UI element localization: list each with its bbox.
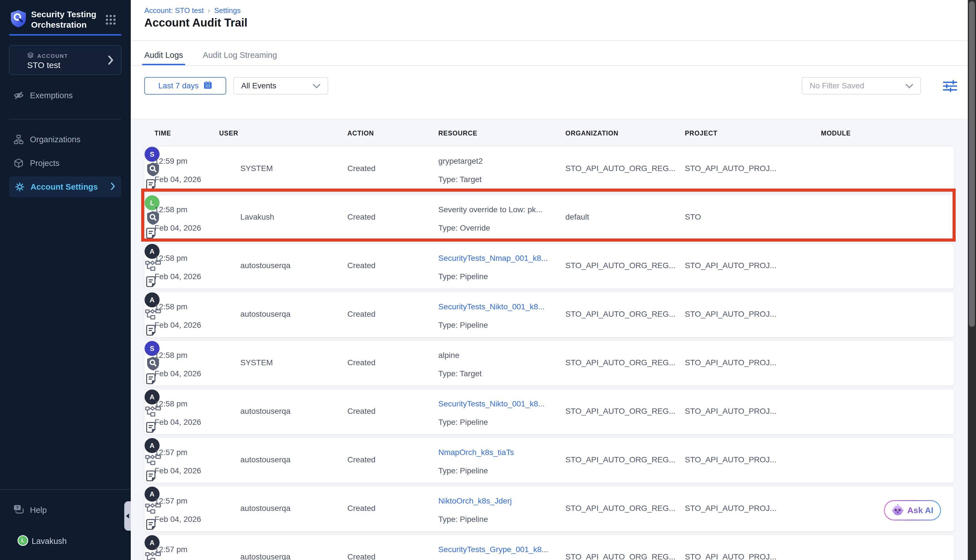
app-grid-icon[interactable] (105, 14, 116, 27)
project-cell: STO_API_AUTO_PROJ... (685, 501, 776, 516)
organization-cell: STO_API_AUTO_ORG_REG... (566, 258, 676, 273)
resource-name-link[interactable]: SecurityTests_Grype_001_k8... (438, 542, 548, 557)
row-user-name: SYSTEM (240, 355, 273, 370)
event-date: Feb 04, 2026 (155, 367, 201, 381)
audit-log-row[interactable]: 12:58 pm Feb 04, 2026 A autostouserqa Cr… (145, 390, 954, 434)
project-cell: STO (685, 210, 701, 225)
audit-log-row[interactable]: 12:58 pm Feb 04, 2026 A autostouserqa Cr… (145, 292, 954, 337)
layers-icon (27, 52, 34, 60)
row-user-name: autostouserqa (240, 258, 290, 273)
audit-log-row[interactable]: 12:57 pm Feb 04, 2026 A autostouserqa Cr… (145, 535, 954, 560)
row-user-name: autostouserqa (240, 307, 290, 322)
page-title: Account Audit Trail (144, 17, 247, 29)
event-time: 12:59 pm (155, 154, 201, 168)
row-user-name: SYSTEM (240, 161, 273, 176)
action-cell: Created (347, 403, 375, 419)
hierarchy-icon (13, 134, 24, 145)
events-filter-value: All Events (241, 81, 277, 90)
organization-cell: STO_API_AUTO_ORG_REG... (566, 549, 676, 560)
event-summary-icon[interactable] (145, 527, 157, 532)
resource-cell: SecurityTests_Nmap_001_k8... Type: Pipel… (438, 251, 548, 284)
event-summary-icon[interactable] (145, 430, 157, 435)
filter-sliders-icon[interactable] (942, 80, 958, 93)
event-summary-icon[interactable] (145, 284, 157, 289)
time-cell: 12:57 pm Feb 04, 2026 (155, 542, 201, 560)
row-user-name: autostouserqa (240, 549, 290, 560)
account-scope-selector[interactable]: ACCOUNT STO test (9, 45, 122, 75)
row-user-name: autostouserqa (240, 501, 290, 516)
audit-log-row[interactable]: 12:59 pm Feb 04, 2026 S SYSTEM Created g… (145, 147, 954, 192)
sidebar-item-help[interactable]: ? Help (0, 500, 124, 520)
sidebar-divider (9, 119, 122, 119)
resource-type: Type: Pipeline (438, 512, 512, 527)
organization-cell: default (566, 210, 589, 225)
resource-name-link[interactable]: grypetarget2 (438, 154, 483, 168)
event-time: 12:57 pm (155, 494, 201, 508)
audit-log-row[interactable]: 12:58 pm Feb 04, 2026 L Lavakush Created… (145, 195, 954, 240)
sidebar-item-organizations[interactable]: Organizations (0, 130, 131, 149)
event-summary-icon[interactable] (145, 187, 157, 192)
saved-filter-select[interactable]: No Filter Saved (802, 77, 921, 95)
resource-name-link[interactable]: SecurityTests_Nikto_001_k8... (438, 300, 545, 314)
resource-name-link[interactable]: SecurityTests_Nikto_001_k8... (438, 397, 545, 411)
breadcrumb-settings-link[interactable]: Settings (214, 6, 240, 15)
column-header-action: ACTION (347, 128, 374, 138)
resource-name-link[interactable]: SecurityTests_Nmap_001_k8... (438, 251, 548, 265)
page-scrollbar[interactable] (968, 0, 976, 560)
resource-cell: Severity override to Low: pk... Type: Ov… (438, 203, 542, 235)
header-divider (131, 40, 976, 41)
project-cell: STO_API_AUTO_PROJ... (685, 403, 776, 419)
tab-audit-logs[interactable]: Audit Logs (144, 45, 183, 65)
sidebar-collapse-handle[interactable] (124, 501, 131, 531)
tab-audit-log-streaming[interactable]: Audit Log Streaming (203, 45, 277, 65)
account-name: STO test (27, 60, 60, 70)
resource-cell: SecurityTests_Nikto_001_k8... Type: Pipe… (438, 300, 545, 332)
event-summary-icon[interactable] (145, 333, 157, 338)
tabs-divider (131, 65, 976, 66)
resource-name-link[interactable]: alpine (438, 348, 482, 362)
table-header-row: TIME USER ACTION RESOURCE ORGANIZATION P… (131, 128, 976, 140)
event-time: 12:58 pm (155, 251, 201, 265)
resource-name-link[interactable]: NmapOrch_k8s_tiaTs (438, 445, 514, 460)
project-cell: STO_API_AUTO_PROJ... (685, 355, 776, 370)
resource-name-link[interactable]: NiktoOrch_k8s_Jderj (438, 494, 512, 508)
event-date: Feb 04, 2026 (155, 464, 201, 478)
event-summary-icon[interactable] (145, 236, 157, 240)
event-summary-icon[interactable] (145, 478, 157, 483)
gear-icon (15, 182, 25, 192)
sidebar-item-account-settings[interactable]: Account Settings (9, 177, 122, 197)
resource-name-link[interactable]: Severity override to Low: pk... (438, 203, 542, 217)
audit-log-row[interactable]: 12:58 pm Feb 04, 2026 A autostouserqa Cr… (145, 244, 954, 288)
row-user-name: Lavakush (240, 210, 274, 225)
sto-logo-icon (10, 10, 27, 29)
organization-cell: STO_API_AUTO_ORG_REG... (566, 452, 676, 467)
audit-log-row[interactable]: 12:58 pm Feb 04, 2026 S SYSTEM Created a… (145, 341, 954, 385)
breadcrumb-account-link[interactable]: Account: STO test (144, 6, 204, 15)
project-cell: STO_API_AUTO_PROJ... (685, 258, 776, 273)
event-summary-icon[interactable] (145, 381, 157, 386)
organization-cell: STO_API_AUTO_ORG_REG... (566, 501, 676, 516)
account-scope-label: ACCOUNT (27, 52, 68, 60)
audit-log-row[interactable]: 12:57 pm Feb 04, 2026 A autostouserqa Cr… (145, 487, 954, 531)
column-header-module: MODULE (821, 128, 851, 138)
date-range-button[interactable]: Last 7 days (144, 77, 226, 95)
time-cell: 12:59 pm Feb 04, 2026 (155, 154, 201, 187)
project-cell: STO_API_AUTO_PROJ... (685, 161, 776, 176)
sidebar-user-menu[interactable]: L Lavakush (0, 531, 124, 551)
scrollbar-thumb[interactable] (969, 1, 975, 327)
user-name: Lavakush (32, 537, 67, 546)
audit-log-row[interactable]: 12:57 pm Feb 04, 2026 A autostouserqa Cr… (145, 438, 954, 483)
sidebar-divider (0, 489, 131, 490)
product-title: Security Testing Orchestration (31, 9, 96, 30)
action-cell: Created (347, 210, 375, 225)
events-filter-select[interactable]: All Events (233, 77, 328, 95)
action-cell: Created (347, 161, 375, 176)
action-cell: Created (347, 355, 375, 370)
action-cell: Created (347, 501, 375, 516)
audit-log-list: 12:59 pm Feb 04, 2026 S SYSTEM Created g… (145, 147, 954, 560)
ask-ai-button[interactable]: Ask AI (884, 500, 941, 520)
sidebar-item-exemptions[interactable]: Exemptions (0, 85, 131, 105)
breadcrumb-separator: › (208, 6, 210, 15)
sidebar-item-projects[interactable]: Projects (0, 153, 131, 173)
calendar-icon (204, 80, 212, 92)
